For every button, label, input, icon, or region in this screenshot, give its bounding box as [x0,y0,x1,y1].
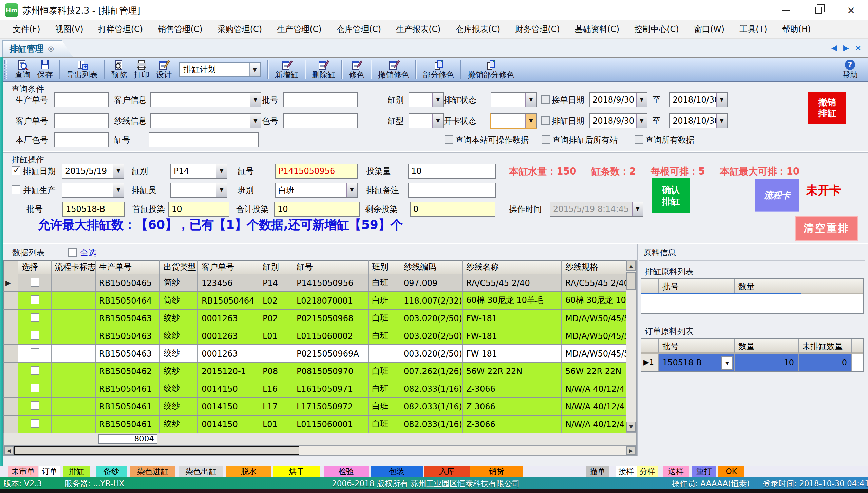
chevron-down-icon[interactable]: ▼ [636,114,647,128]
tab-arrange-vat[interactable]: 排缸管理 ⊗ [2,40,73,57]
chevron-down-icon[interactable]: ▼ [716,114,727,128]
batch-input[interactable]: 150518-B [62,202,125,217]
table-row[interactable]: RB15050463 绞纱 0001263 P0215050969A 003.0… [4,345,626,362]
preview-button[interactable]: 预览 [108,58,130,81]
chevron-down-icon[interactable]: ▼ [716,93,727,107]
scroll-left-icon[interactable]: ◀ [4,446,14,455]
export-list-button[interactable]: 导出列表 [63,58,101,81]
tab-close-all-icon[interactable]: × [855,43,861,52]
chevron-down-icon[interactable]: ▼ [249,63,260,76]
row-checkbox[interactable] [30,401,39,410]
row-select-cell[interactable] [18,345,51,362]
menu-item[interactable]: 控制中心(C) [627,20,686,38]
delete-vat-button[interactable]: 删除缸 [308,58,339,81]
menu-item[interactable]: 生产管理(C) [269,20,329,38]
column-header-qty[interactable]: 数量 [735,339,799,354]
card-status-combobox[interactable]: ▼ [491,113,537,128]
chevron-down-icon[interactable]: ▼ [113,183,124,197]
yarn-info-combobox[interactable]: ▼ [150,113,261,128]
menu-item[interactable]: 仓库报表(C) [448,20,508,38]
arrange-status-combobox[interactable]: ▼ [491,92,537,107]
tab-scroll-right-icon[interactable]: ▶ [843,43,849,52]
restore-button[interactable] [808,4,829,16]
local-data-checkbox[interactable] [445,135,453,144]
menu-item[interactable]: 基础资料(C) [567,20,627,38]
scroll-up-icon[interactable]: ▲ [626,261,636,271]
confirm-arrange-button[interactable]: 确认 排缸 [652,178,690,213]
vat-no-input[interactable] [149,132,259,147]
column-header[interactable]: 客户单号 [198,260,259,274]
query-button[interactable]: 查询 [12,58,34,81]
column-header[interactable]: 出货类型 [160,260,198,274]
table-row[interactable]: RB15050462 绞纱 2015120-1 P08 P0815050970 … [4,362,626,380]
design-button[interactable]: 设计 [153,58,175,81]
row-select-cell[interactable] [18,380,51,398]
vat-class-combobox[interactable]: ▼ [409,92,444,107]
color-no-input[interactable] [283,113,358,128]
tab-scroll-left-icon[interactable]: ◀ [831,43,837,52]
print-button[interactable]: 打印 [130,58,153,81]
scrollbar-thumb[interactable] [14,446,299,455]
chevron-down-icon[interactable]: ▼ [636,93,647,107]
menu-item[interactable]: 文件(F) [5,20,48,38]
chevron-down-icon[interactable]: ▼ [525,114,536,128]
chevron-down-icon[interactable]: ▼ [432,114,443,128]
arrange-date-checkbox[interactable] [541,116,550,125]
plan-type-combobox[interactable]: 排缸计划 ▼ [179,62,261,77]
column-header-remain[interactable]: 未排缸数量 [799,339,852,354]
chevron-down-icon[interactable]: ▼ [250,114,261,128]
vat-type-combobox[interactable]: ▼ [409,113,444,128]
chevron-down-icon[interactable]: ▼ [525,93,536,107]
table-row[interactable]: RB15050461 绞纱 0014150 L01 L0115060001 白班… [4,415,626,433]
row-select-cell[interactable] [18,398,51,415]
shift-combobox[interactable]: 白班▼ [275,183,358,198]
row-checkbox[interactable] [30,295,39,304]
scroll-down-icon[interactable]: ▼ [626,422,636,432]
partial-fix-color-button[interactable]: 部分修色 [419,58,457,81]
own-color-input[interactable] [54,132,109,147]
menu-item[interactable]: 窗口(W) [686,20,732,38]
batch-input[interactable] [283,92,358,107]
row-checkbox[interactable] [30,366,39,375]
column-header[interactable]: 纱线规格 [562,260,626,274]
cust-order-input[interactable] [54,113,109,128]
row-checkbox[interactable] [30,419,39,427]
menu-item[interactable]: 仓库管理(C) [329,20,389,38]
sc-order-input[interactable] [54,92,109,107]
row-select-cell[interactable] [18,274,51,292]
column-header[interactable]: 流程卡标志 [51,260,95,274]
scrollbar-thumb[interactable] [626,272,636,290]
close-button[interactable]: × [840,4,862,16]
column-header-qty[interactable]: 数量 [735,279,801,294]
table-row[interactable]: RB15050461 绞纱 0014150 L16 L1615050971 白班… [4,380,626,398]
chevron-down-icon[interactable]: ▼ [113,164,124,178]
menu-item[interactable]: 打样管理(C) [91,20,151,38]
menu-item[interactable]: 销售管理(C) [150,20,210,38]
table-row[interactable]: ▶ RB15050465 筒纱 123456 P14 P1415050956 白… [4,274,626,292]
toolbar-grip[interactable] [4,60,7,79]
column-header[interactable]: 生产单号 [95,260,160,274]
help-button[interactable]: ? 帮助 [839,58,861,81]
menu-item[interactable]: 采购管理(C) [210,20,270,38]
first-dye-input[interactable]: 10 [168,202,229,217]
menu-item[interactable]: 财务管理(C) [508,20,567,38]
vat-no-input[interactable]: P1415050956 [275,164,358,179]
batch-combobox[interactable]: 150518-B▼ [659,354,735,371]
column-header[interactable]: 班别 [368,260,400,274]
scroll-right-icon[interactable]: ▶ [626,446,636,455]
chevron-down-icon[interactable]: ▼ [250,93,261,107]
order-material-row[interactable]: ▶1 150518-B▼ 10 0 [641,354,863,371]
cancel-arrange-button[interactable]: 撤销 排缸 [808,92,846,124]
column-header[interactable]: 纱线名称 [463,260,562,274]
table-row[interactable]: RB15050461 绞纱 0014150 L17 L1715050972 白班… [4,398,626,415]
horizontal-scrollbar[interactable]: ◀ ▶ [3,445,637,456]
chevron-down-icon[interactable]: ▼ [432,93,443,107]
arrange-date-from[interactable]: 2018/9/30▼ [589,113,647,128]
chevron-down-icon[interactable]: ▼ [216,183,227,197]
menu-item[interactable]: 工具(T) [732,20,774,38]
merge-vat-checkbox[interactable] [12,185,20,194]
arrange-date-combobox[interactable]: 2015/5/19▼ [62,164,124,179]
add-vat-button[interactable]: 新增缸 [271,58,302,81]
flow-card-button[interactable]: 流程卡 [755,179,799,212]
select-all-checkbox[interactable] [68,248,77,257]
